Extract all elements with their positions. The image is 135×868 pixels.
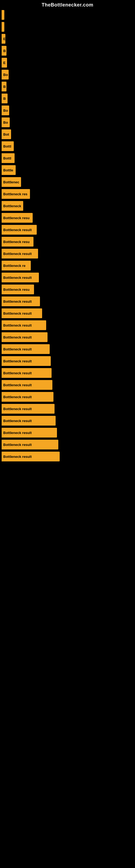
bar-7: B bbox=[2, 82, 6, 91]
bar-24: Bottleneck resu bbox=[2, 284, 34, 294]
bar-32: Bottleneck result bbox=[2, 380, 52, 390]
bar-label-27: Bottleneck result bbox=[3, 323, 32, 328]
bar-row-30: Bottleneck result bbox=[0, 355, 135, 367]
bar-row-9: Bo bbox=[0, 104, 135, 116]
bar-30: Bottleneck result bbox=[2, 356, 51, 366]
bar-label-36: Bottleneck result bbox=[3, 431, 32, 435]
bar-row-37: Bottleneck result bbox=[0, 439, 135, 451]
bar-row-24: Bottleneck resu bbox=[0, 283, 135, 296]
bar-label-34: Bottleneck result bbox=[3, 407, 32, 411]
bar-17: Bottleneck bbox=[2, 201, 23, 211]
bar-row-2 bbox=[0, 21, 135, 33]
bar-2 bbox=[2, 22, 4, 32]
bar-label-31: Bottleneck result bbox=[3, 371, 32, 375]
bar-label-17: Bottleneck bbox=[3, 204, 21, 208]
bar-22: Bottleneck re bbox=[2, 261, 31, 271]
bar-row-19: Bottleneck result bbox=[0, 224, 135, 236]
bar-row-7: B bbox=[0, 81, 135, 93]
bar-label-9: Bo bbox=[3, 108, 8, 113]
bar-label-13: Bottl bbox=[3, 156, 11, 160]
bar-label-38: Bottleneck result bbox=[3, 455, 32, 459]
bar-26: Bottleneck result bbox=[2, 308, 42, 318]
bar-18: Bottleneck resu bbox=[2, 213, 33, 223]
bar-label-37: Bottleneck result bbox=[3, 443, 32, 447]
bar-label-11: Bot bbox=[3, 132, 9, 136]
bar-31: Bottleneck result bbox=[2, 368, 52, 378]
bar-28: Bottleneck result bbox=[2, 332, 48, 342]
bar-row-3: E bbox=[0, 33, 135, 45]
bar-label-19: Bottleneck result bbox=[3, 228, 32, 232]
bar-9: Bo bbox=[2, 105, 9, 115]
bar-23: Bottleneck result bbox=[2, 273, 39, 282]
bar-row-17: Bottleneck bbox=[0, 200, 135, 212]
bar-row-29: Bottleneck result bbox=[0, 343, 135, 355]
bar-row-36: Bottleneck result bbox=[0, 427, 135, 439]
bar-4: B bbox=[2, 46, 6, 56]
bar-row-6: Bo bbox=[0, 69, 135, 81]
bar-label-14: Bottle bbox=[3, 168, 13, 172]
bar-27: Bottleneck result bbox=[2, 320, 46, 330]
bar-38: Bottleneck result bbox=[2, 452, 60, 461]
bar-row-12: Bottl bbox=[0, 140, 135, 152]
bar-3: E bbox=[2, 34, 5, 44]
bar-row-28: Bottleneck result bbox=[0, 331, 135, 343]
bar-5: E bbox=[2, 58, 7, 67]
bar-34: Bottleneck result bbox=[2, 404, 54, 414]
bar-label-32: Bottleneck result bbox=[3, 383, 32, 387]
bar-label-6: Bo bbox=[3, 73, 8, 77]
bar-row-33: Bottleneck result bbox=[0, 391, 135, 403]
bar-label-35: Bottleneck result bbox=[3, 419, 32, 423]
bar-label-30: Bottleneck result bbox=[3, 359, 32, 363]
bar-label-23: Bottleneck result bbox=[3, 276, 32, 280]
bar-label-8: B bbox=[3, 97, 6, 101]
bar-row-1 bbox=[0, 9, 135, 21]
bar-row-15: Bottlenec bbox=[0, 176, 135, 188]
bar-row-27: Bottleneck result bbox=[0, 319, 135, 331]
bar-29: Bottleneck result bbox=[2, 344, 50, 354]
bar-row-16: Bottleneck res bbox=[0, 188, 135, 200]
bar-label-28: Bottleneck result bbox=[3, 335, 32, 339]
bar-13: Bottl bbox=[2, 153, 14, 163]
bar-36: Bottleneck result bbox=[2, 428, 57, 437]
bar-row-11: Bot bbox=[0, 128, 135, 140]
bar-row-4: B bbox=[0, 45, 135, 57]
bar-label-3: E bbox=[3, 37, 5, 41]
bar-16: Bottleneck res bbox=[2, 189, 30, 199]
bar-37: Bottleneck result bbox=[2, 440, 58, 450]
bar-11: Bot bbox=[2, 129, 11, 139]
bar-label-24: Bottleneck resu bbox=[3, 287, 30, 291]
bar-15: Bottlenec bbox=[2, 177, 21, 187]
bar-row-38: Bottleneck result bbox=[0, 451, 135, 463]
bar-row-31: Bottleneck result bbox=[0, 367, 135, 379]
bar-35: Bottleneck result bbox=[2, 416, 56, 426]
bar-label-18: Bottleneck resu bbox=[3, 216, 30, 220]
bar-row-26: Bottleneck result bbox=[0, 307, 135, 319]
bar-row-18: Bottleneck resu bbox=[0, 212, 135, 224]
bar-label-26: Bottleneck result bbox=[3, 311, 32, 315]
bar-label-4: B bbox=[3, 49, 6, 53]
bar-row-35: Bottleneck result bbox=[0, 415, 135, 427]
bar-14: Bottle bbox=[2, 165, 16, 175]
bar-row-23: Bottleneck result bbox=[0, 272, 135, 283]
bar-row-14: Bottle bbox=[0, 164, 135, 176]
bar-row-13: Bottl bbox=[0, 152, 135, 164]
bar-row-22: Bottleneck re bbox=[0, 259, 135, 272]
bar-25: Bottleneck result bbox=[2, 297, 40, 306]
site-title: TheBottlenecker.com bbox=[0, 0, 135, 9]
bar-row-8: B bbox=[0, 93, 135, 104]
bar-20: Bottleneck resu bbox=[2, 237, 34, 247]
bar-row-20: Bottleneck resu bbox=[0, 236, 135, 248]
bar-row-10: Bo bbox=[0, 116, 135, 128]
bar-row-25: Bottleneck result bbox=[0, 296, 135, 307]
bar-label-16: Bottleneck res bbox=[3, 192, 28, 196]
bar-label-29: Bottleneck result bbox=[3, 347, 32, 351]
bar-label-20: Bottleneck resu bbox=[3, 240, 30, 244]
bar-label-21: Bottleneck result bbox=[3, 252, 32, 256]
bar-6: Bo bbox=[2, 70, 9, 80]
bar-label-15: Bottlenec bbox=[3, 180, 19, 184]
bar-row-21: Bottleneck result bbox=[0, 248, 135, 259]
bar-label-12: Bottl bbox=[3, 144, 11, 148]
bar-label-5: E bbox=[3, 61, 6, 65]
bar-label-33: Bottleneck result bbox=[3, 395, 32, 399]
bar-33: Bottleneck result bbox=[2, 392, 53, 402]
